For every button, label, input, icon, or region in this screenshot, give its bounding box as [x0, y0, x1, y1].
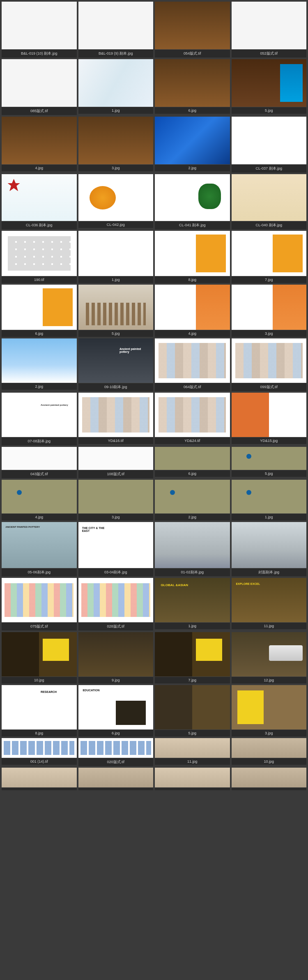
thumbnail-image[interactable]: [78, 338, 154, 383]
thumbnail-image[interactable]: [2, 578, 77, 622]
thumbnail-cell[interactable]: [1, 767, 78, 791]
thumbnail-cell[interactable]: 10.jpg: [1, 631, 78, 684]
thumbnail-cell[interactable]: 5.jpg: [154, 684, 231, 737]
thumbnail-cell[interactable]: 4.jpg: [1, 479, 78, 521]
thumbnail-cell[interactable]: 1.jpg: [231, 479, 308, 521]
thumbnail-cell[interactable]: [78, 767, 154, 791]
thumbnail-image[interactable]: [2, 768, 77, 787]
thumbnail-cell[interactable]: 5.jpg: [78, 284, 154, 338]
thumbnail-image[interactable]: [232, 2, 307, 49]
thumbnail-image[interactable]: [232, 338, 307, 383]
thumbnail-image[interactable]: [78, 768, 154, 787]
thumbnail-image[interactable]: [2, 480, 77, 513]
thumbnail-image[interactable]: [78, 578, 154, 622]
thumbnail-image[interactable]: [155, 117, 230, 164]
thumbnail-image[interactable]: [78, 632, 154, 676]
thumbnail-image[interactable]: [232, 231, 307, 276]
thumbnail-cell[interactable]: [154, 767, 231, 791]
thumbnail-cell[interactable]: 3.jpg: [78, 116, 154, 173]
thumbnail-cell[interactable]: 3.jpg: [231, 684, 308, 737]
thumbnail-cell[interactable]: YD&24.tif: [154, 392, 231, 446]
thumbnail-cell[interactable]: B&L-019 (10) 副本.jpg: [1, 1, 78, 58]
thumbnail-image[interactable]: [232, 59, 307, 107]
thumbnail-cell[interactable]: B&L-019 (9) 副本.jpg: [78, 1, 154, 58]
thumbnail-image[interactable]: [232, 522, 307, 568]
thumbnail-cell[interactable]: 07-08副本.jpg: [1, 392, 78, 446]
thumbnail-image[interactable]: [78, 447, 154, 470]
thumbnail-cell[interactable]: 028版式.tif: [78, 577, 154, 631]
thumbnail-cell[interactable]: 5.jpg: [231, 446, 308, 479]
thumbnail-cell[interactable]: 03-04副本.jpg: [78, 521, 154, 577]
thumbnail-cell[interactable]: 8.jpg: [1, 684, 78, 737]
thumbnail-image[interactable]: [155, 393, 230, 437]
thumbnail-cell[interactable]: 11.jpg: [231, 577, 308, 631]
thumbnail-cell[interactable]: 4.jpg: [1, 116, 78, 173]
thumbnail-cell[interactable]: 7.jpg: [231, 230, 308, 284]
thumbnail-image[interactable]: [2, 174, 77, 221]
thumbnail-cell[interactable]: 3.jpg: [231, 284, 308, 338]
thumbnail-cell[interactable]: CL-037 副本.jpg: [231, 116, 308, 173]
thumbnail-cell[interactable]: 6.jpg: [154, 446, 231, 479]
thumbnail-cell[interactable]: 108版式.tif: [78, 446, 154, 479]
thumbnail-cell[interactable]: CL-042.jpg: [78, 173, 154, 230]
thumbnail-cell[interactable]: CL-040 副本.jpg: [231, 173, 308, 230]
thumbnail-image[interactable]: [2, 285, 77, 330]
thumbnail-image[interactable]: [155, 480, 230, 513]
thumbnail-cell[interactable]: 020版式.tif: [78, 737, 154, 767]
thumbnail-image[interactable]: [78, 738, 154, 758]
thumbnail-image[interactable]: [155, 738, 230, 758]
thumbnail-image[interactable]: [232, 174, 307, 221]
thumbnail-image[interactable]: [78, 393, 154, 437]
thumbnail-cell[interactable]: 085版式.tif: [1, 58, 78, 116]
thumbnail-image[interactable]: [2, 632, 77, 676]
thumbnail-image[interactable]: [155, 632, 230, 676]
thumbnail-cell[interactable]: 1.jpg: [78, 58, 154, 116]
thumbnail-image[interactable]: [78, 685, 154, 729]
thumbnail-cell[interactable]: YD&15.jpg: [231, 392, 308, 446]
thumbnail-cell[interactable]: 2.jpg: [154, 116, 231, 173]
thumbnail-cell[interactable]: 6.jpg: [1, 284, 78, 338]
thumbnail-image[interactable]: [232, 480, 307, 513]
thumbnail-cell[interactable]: 3.jpg: [78, 479, 154, 521]
thumbnail-image[interactable]: [2, 338, 77, 383]
thumbnail-cell[interactable]: 075版式.tif: [1, 577, 78, 631]
thumbnail-image[interactable]: [78, 285, 154, 330]
thumbnail-image[interactable]: [232, 632, 307, 676]
thumbnail-image[interactable]: [78, 522, 154, 568]
thumbnail-cell[interactable]: [231, 767, 308, 791]
thumbnail-image[interactable]: [155, 447, 230, 470]
thumbnail-cell[interactable]: 6.jpg: [78, 684, 154, 737]
thumbnail-cell[interactable]: 190.tif: [1, 230, 78, 284]
thumbnail-image[interactable]: [78, 480, 154, 513]
thumbnail-image[interactable]: [232, 285, 307, 330]
thumbnail-cell[interactable]: 2.jpg: [154, 479, 231, 521]
thumbnail-image[interactable]: [78, 59, 154, 107]
thumbnail-cell[interactable]: 8.jpg: [154, 230, 231, 284]
thumbnail-cell[interactable]: 064版式.tif: [154, 338, 231, 392]
thumbnail-image[interactable]: [2, 59, 77, 107]
thumbnail-cell[interactable]: 11.jpg: [154, 737, 231, 767]
thumbnail-image[interactable]: [155, 59, 230, 107]
thumbnail-cell[interactable]: 7.jpg: [154, 631, 231, 684]
thumbnail-cell[interactable]: 099版式.tif: [231, 338, 308, 392]
thumbnail-cell[interactable]: 1.jpg: [78, 230, 154, 284]
thumbnail-image[interactable]: [155, 578, 230, 622]
thumbnail-image[interactable]: [232, 393, 307, 437]
thumbnail-cell[interactable]: 1.jpg: [154, 577, 231, 631]
thumbnail-cell[interactable]: 001 (14).tif: [1, 737, 78, 767]
thumbnail-image[interactable]: [155, 285, 230, 330]
thumbnail-image[interactable]: [78, 2, 154, 49]
thumbnail-image[interactable]: [2, 522, 77, 568]
thumbnail-cell[interactable]: 6.jpg: [154, 58, 231, 116]
thumbnail-image[interactable]: [2, 117, 77, 164]
thumbnail-image[interactable]: [155, 231, 230, 276]
thumbnail-cell[interactable]: 09-10副本.jpg: [78, 338, 154, 392]
thumbnail-image[interactable]: [78, 117, 154, 164]
thumbnail-image[interactable]: [2, 231, 77, 276]
thumbnail-image[interactable]: [78, 231, 154, 276]
thumbnail-image[interactable]: [2, 685, 77, 729]
thumbnail-cell[interactable]: 052版式.tif: [231, 1, 308, 58]
thumbnail-image[interactable]: [232, 685, 307, 729]
thumbnail-image[interactable]: [155, 522, 230, 568]
thumbnail-cell[interactable]: 封面副本.jpg: [231, 521, 308, 577]
